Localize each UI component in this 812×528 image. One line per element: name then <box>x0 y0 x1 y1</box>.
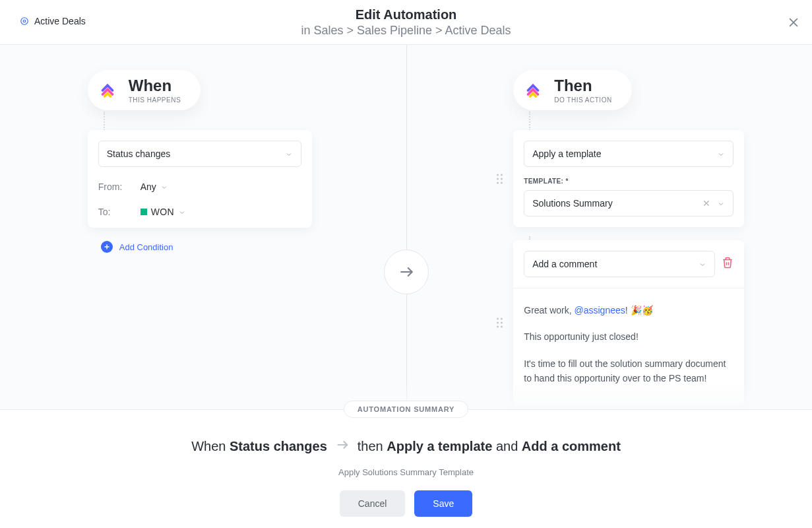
to-label: To: <box>98 207 141 217</box>
editor-canvas: When THIS HAPPENS Status changes From: A… <box>0 45 812 409</box>
template-select-value: Solutions Summary <box>532 198 612 209</box>
status-color-icon <box>141 209 147 215</box>
app-logo-icon <box>96 79 119 102</box>
when-title: When <box>129 77 181 95</box>
location-text: Active Deals <box>34 16 86 26</box>
arrow-right-icon <box>335 438 350 455</box>
then-title: Then <box>554 77 611 95</box>
when-heading: When THIS HAPPENS <box>88 70 201 110</box>
comment-text: Great work, <box>524 305 574 315</box>
template-select[interactable]: Solutions Summary ✕ <box>524 190 734 216</box>
chevron-down-icon <box>160 183 168 191</box>
mention-token: @assignees <box>575 305 625 315</box>
chevron-down-icon <box>178 208 186 216</box>
chevron-down-icon <box>717 199 725 207</box>
then-column: Then DO THIS ACTION Apply a template TEM… <box>406 70 813 409</box>
drag-handle-icon[interactable] <box>497 174 503 183</box>
breadcrumb: in Sales > Sales Pipeline > Active Deals <box>301 24 511 38</box>
app-logo-icon <box>521 79 545 102</box>
add-condition-label: Add Condition <box>119 242 173 252</box>
plus-circle-icon <box>101 241 113 253</box>
from-label: From: <box>98 182 141 192</box>
summary-word: When <box>191 439 226 453</box>
when-subtitle: THIS HAPPENS <box>129 96 181 104</box>
location-pin-icon <box>20 16 29 26</box>
from-value-select[interactable]: Any <box>141 182 168 192</box>
to-value-text: WON <box>151 207 174 217</box>
comment-body-text[interactable]: Great work, @assignees! 🎉🥳 This opportun… <box>513 288 744 386</box>
page-title: Edit Automation <box>301 7 511 22</box>
footer-panel: AUTOMATION SUMMARY When Status changes t… <box>0 409 812 528</box>
trigger-card: Status changes From: Any To: <box>88 130 312 228</box>
summary-badge: AUTOMATION SUMMARY <box>344 401 468 418</box>
flow-arrow-icon <box>384 249 429 294</box>
cancel-button[interactable]: Cancel <box>340 490 406 517</box>
summary-sentence: When Status changes then Apply a templat… <box>0 438 812 455</box>
from-value-text: Any <box>141 182 156 192</box>
action-comment-card: Add a comment Great work, @assignees! 🎉🥳… <box>513 240 744 406</box>
comment-text: ! 🎉🥳 <box>625 305 653 315</box>
trigger-select-value: Status changes <box>107 148 171 159</box>
chevron-down-icon <box>285 150 293 158</box>
action-select-value: Add a comment <box>532 259 597 269</box>
comment-text: It's time to fill out the solution summa… <box>524 356 734 386</box>
header-bar: Active Deals Edit Automation in Sales > … <box>0 0 812 45</box>
svg-point-0 <box>23 20 26 22</box>
add-condition-button[interactable]: Add Condition <box>101 241 319 253</box>
summary-word: and <box>496 439 518 453</box>
center-divider <box>406 45 407 409</box>
action-select-comment[interactable]: Add a comment <box>524 251 715 277</box>
chevron-down-icon <box>717 150 725 158</box>
action-template-card: Apply a template TEMPLATE: * Solutions S… <box>513 130 744 227</box>
to-value-select[interactable]: WON <box>141 207 186 217</box>
comment-text: This opportunity just closed! <box>524 329 734 344</box>
svg-point-1 <box>21 18 28 25</box>
summary-subtext: Apply Solutions Summary Template <box>0 467 812 477</box>
delete-action-button[interactable] <box>722 257 734 271</box>
chevron-down-icon <box>699 260 706 268</box>
then-heading: Then DO THIS ACTION <box>513 70 631 110</box>
summary-word: then <box>358 439 383 453</box>
drag-handle-icon[interactable] <box>497 318 503 328</box>
location-indicator: Active Deals <box>20 16 86 26</box>
save-button[interactable]: Save <box>414 490 472 517</box>
action-select-value: Apply a template <box>532 148 601 159</box>
summary-action: Apply a template <box>387 439 492 453</box>
trigger-select[interactable]: Status changes <box>98 141 301 167</box>
summary-trigger: Status changes <box>230 439 327 453</box>
then-subtitle: DO THIS ACTION <box>554 96 611 104</box>
when-column: When THIS HAPPENS Status changes From: A… <box>0 70 406 409</box>
summary-action: Add a comment <box>522 439 621 453</box>
action-select-template[interactable]: Apply a template <box>524 141 734 167</box>
close-button[interactable] <box>787 16 800 29</box>
template-field-label: TEMPLATE: * <box>524 178 734 185</box>
clear-template-button[interactable]: ✕ <box>703 198 710 209</box>
